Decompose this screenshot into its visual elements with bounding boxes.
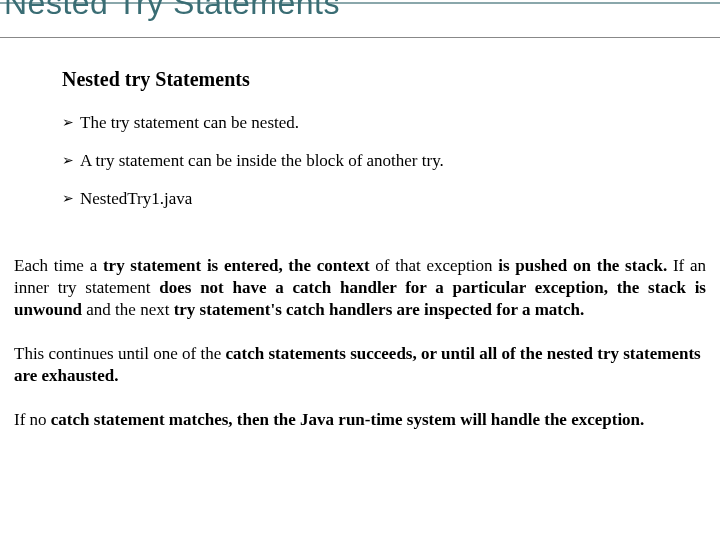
arrow-icon: ➢: [62, 151, 80, 171]
body-text: Each time a try statement is entered, th…: [14, 255, 706, 432]
list-item: ➢ NestedTry1.java: [62, 189, 720, 209]
text-run: try statement's catch handlers are inspe…: [174, 300, 585, 319]
slide-title: Nested Try Statements: [4, 0, 340, 22]
list-item: ➢ The try statement can be nested.: [62, 113, 720, 133]
paragraph-3: If no catch statement matches, then the …: [14, 409, 706, 431]
bullet-text: NestedTry1.java: [80, 189, 192, 209]
text-run: try statement is entered, the context: [103, 256, 375, 275]
title-bar: Nested Try Statements: [0, 0, 720, 38]
text-run: If no: [14, 410, 51, 429]
arrow-icon: ➢: [62, 113, 80, 133]
content-block: Nested try Statements ➢ The try statemen…: [62, 68, 720, 209]
text-run: and the next: [86, 300, 173, 319]
text-run: Each time a: [14, 256, 103, 275]
bullet-text: A try statement can be inside the block …: [80, 151, 444, 171]
list-item: ➢ A try statement can be inside the bloc…: [62, 151, 720, 171]
arrow-icon: ➢: [62, 189, 80, 209]
text-run: This continues until one of the: [14, 344, 226, 363]
text-run: catch statement matches, then the Java r…: [51, 410, 645, 429]
paragraph-1: Each time a try statement is entered, th…: [14, 255, 706, 321]
paragraph-2: This continues until one of the catch st…: [14, 343, 706, 387]
text-run: is pushed on the stack.: [498, 256, 673, 275]
subheading: Nested try Statements: [62, 68, 720, 91]
text-run: of that exception: [375, 256, 498, 275]
bullet-list: ➢ The try statement can be nested. ➢ A t…: [62, 113, 720, 209]
bullet-text: The try statement can be nested.: [80, 113, 299, 133]
